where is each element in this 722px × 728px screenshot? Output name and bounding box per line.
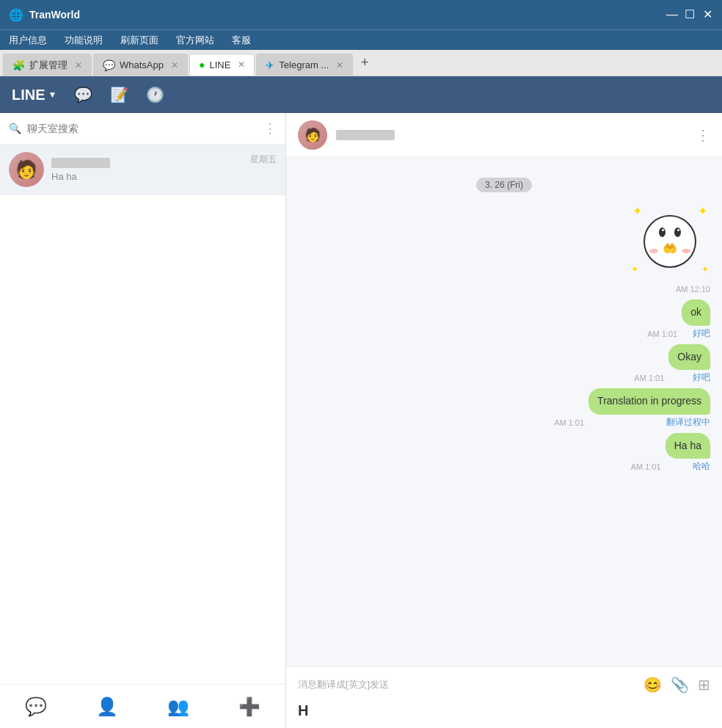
sticker-eye-left: [659, 228, 666, 237]
input-area: 消息翻译成[英文]发送 😊 📎 ⊞ H: [286, 666, 722, 728]
search-more-icon[interactable]: ⋮: [263, 120, 277, 136]
menu-support[interactable]: 客服: [229, 32, 254, 48]
chat-name: [51, 158, 110, 168]
bubble-okay: Okay: [668, 344, 710, 371]
msg-bubble-group-translation: Translation in progress 翻译过程中: [588, 388, 710, 429]
history-toolbar-icon[interactable]: 🕐: [146, 86, 164, 103]
tab-extensions-close[interactable]: ✕: [75, 60, 82, 70]
bubble-haha: Ha ha: [666, 433, 710, 459]
emoji-icon[interactable]: 😊: [643, 676, 662, 694]
nav-groups-icon[interactable]: 👥: [167, 696, 189, 717]
menu-user-info[interactable]: 用户信息: [6, 32, 50, 48]
input-text-row: H: [298, 699, 710, 719]
bubble-translation: Translation in progress: [588, 388, 710, 415]
tab-line-close[interactable]: ✕: [238, 59, 245, 70]
line-tab-icon: ●: [199, 59, 205, 70]
chat-item[interactable]: 🧑 Ha ha 星期五: [0, 145, 285, 195]
translation-okay: 好吧: [693, 371, 710, 384]
message-row-haha: AM 1:01 Ha ha 哈哈: [298, 433, 710, 473]
date-badge: 3. 26 (Fri): [476, 178, 532, 192]
extensions-icon: 🧩: [12, 59, 25, 71]
tab-line[interactable]: ● LINE ✕: [189, 54, 255, 76]
chat-preview: Ha ha: [51, 171, 243, 182]
left-panel: 🔍 ⋮ 🧑 Ha ha 星期五: [0, 113, 286, 728]
maximize-button[interactable]: ☐: [684, 9, 696, 21]
sparkle-tl-icon: ✦: [632, 204, 642, 218]
sticker-blush-left: [649, 249, 658, 253]
tab-telegram-close[interactable]: ✕: [336, 60, 343, 70]
app-title: TranWorld: [29, 9, 666, 21]
messages-area[interactable]: 3. 26 (Fri) ✦ ✦ ✦ ✦: [286, 157, 722, 666]
tab-extensions-label: 扩展管理: [29, 59, 68, 72]
msg-time-haha: AM 1:01: [631, 462, 661, 471]
nav-profile-icon[interactable]: 👤: [96, 696, 118, 717]
tab-extensions[interactable]: 🧩 扩展管理 ✕: [3, 54, 92, 76]
sticker-eyes: [659, 228, 681, 237]
minimize-button[interactable]: —: [666, 9, 678, 21]
chat-info: Ha ha: [51, 158, 243, 182]
menu-features[interactable]: 功能说明: [62, 32, 106, 48]
note-toolbar-icon[interactable]: 📝: [110, 86, 128, 103]
message-row-okay: AM 1:01 Okay 好吧: [298, 344, 710, 385]
tab-telegram[interactable]: ✈ Telegram ... ✕: [256, 54, 353, 76]
date-divider: 3. 26 (Fri): [298, 178, 710, 192]
translation-ok: 好吧: [693, 327, 710, 340]
chat-header-more-icon[interactable]: ⋮: [696, 126, 710, 144]
sticker-eye-right: [674, 228, 681, 237]
app-icon: 🌐: [9, 8, 23, 22]
msg-bubble-group-okay: Okay 好吧: [668, 344, 710, 385]
tab-whatsapp[interactable]: 💬 WhatsApp ✕: [93, 54, 188, 76]
tab-telegram-label: Telegram ...: [279, 59, 329, 70]
search-icon: 🔍: [9, 123, 21, 134]
main-content: 🔍 ⋮ 🧑 Ha ha 星期五: [0, 113, 722, 728]
bubble-ok: ok: [682, 299, 710, 326]
nav-chat-icon[interactable]: 💬: [25, 696, 47, 717]
input-text: H: [298, 702, 308, 718]
search-bar: 🔍 ⋮: [0, 113, 285, 145]
app-area: LINE ▼ 💬 📝 🕐 🔍 ⋮ 🧑: [0, 76, 722, 728]
attach-icon[interactable]: 📎: [671, 676, 689, 694]
sticker-hands: 🤲: [663, 241, 677, 255]
search-input[interactable]: [27, 123, 258, 134]
add-tab-button[interactable]: +: [354, 53, 375, 73]
chat-time: 星期五: [250, 153, 277, 166]
input-hint: 消息翻译成[英文]发送: [298, 678, 638, 691]
telegram-icon: ✈: [266, 59, 274, 71]
tab-whatsapp-close[interactable]: ✕: [171, 60, 178, 70]
sticker-face: 🤲: [643, 215, 696, 268]
whatsapp-icon: 💬: [103, 59, 115, 71]
menu-refresh[interactable]: 刷新页面: [117, 32, 161, 48]
sparkle-bl-icon: ✦: [631, 264, 638, 274]
avatar: 🧑: [9, 152, 44, 187]
message-row-ok: AM 1:01 ok 好吧: [298, 299, 710, 340]
tab-whatsapp-label: WhatsApp: [120, 59, 164, 70]
window-controls: — ☐ ✕: [666, 9, 713, 21]
nav-add-icon[interactable]: ➕: [238, 696, 260, 717]
line-logo-text: LINE: [12, 87, 45, 103]
more-input-icon[interactable]: ⊞: [698, 676, 710, 694]
chat-toolbar-icon[interactable]: 💬: [74, 86, 92, 103]
chat-list: 🧑 Ha ha 星期五: [0, 145, 285, 684]
input-bar: 消息翻译成[英文]发送 😊 📎 ⊞: [298, 676, 710, 694]
title-bar: 🌐 TranWorld — ☐ ✕: [0, 0, 722, 29]
message-row-translation: AM 1:01 Translation in progress 翻译过程中: [298, 388, 710, 429]
line-logo[interactable]: LINE ▼: [12, 87, 56, 103]
msg-time-translation: AM 1:01: [554, 418, 584, 427]
sticker-time: AM 12:10: [676, 285, 710, 294]
chat-header: 🧑 ⋮: [286, 113, 722, 157]
chat-header-name: [336, 130, 395, 140]
bottom-nav: 💬 👤 👥 ➕: [0, 684, 285, 728]
tab-bar: 🧩 扩展管理 ✕ 💬 WhatsApp ✕ ● LINE ✕ ✈ Telegra…: [0, 50, 722, 76]
line-toolbar: LINE ▼ 💬 📝 🕐: [0, 76, 722, 113]
input-icons: 😊 📎 ⊞: [643, 676, 710, 694]
sticker-message: ✦ ✦ ✦ ✦: [298, 201, 710, 294]
chat-header-avatar: 🧑: [298, 120, 327, 150]
sticker-blush-right: [682, 249, 690, 253]
tab-line-label: LINE: [209, 59, 230, 70]
close-button[interactable]: ✕: [701, 9, 713, 21]
menu-website[interactable]: 官方网站: [173, 32, 217, 48]
menu-bar: 用户信息 功能说明 刷新页面 官方网站 客服: [0, 29, 722, 50]
translation-haha: 哈哈: [693, 460, 710, 473]
sparkle-tr-icon: ✦: [698, 204, 707, 218]
sticker: ✦ ✦ ✦ ✦: [630, 201, 710, 282]
